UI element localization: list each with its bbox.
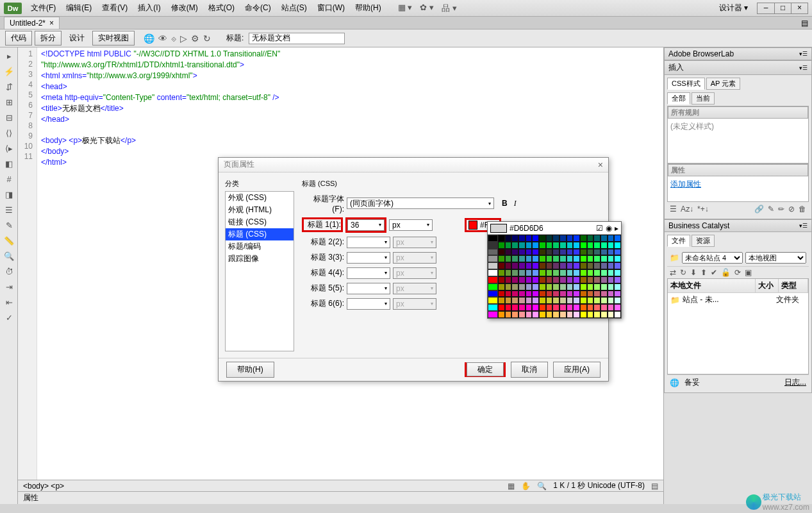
put-icon[interactable]: ⬆ bbox=[700, 268, 707, 277]
preview-icon[interactable]: 👁 bbox=[158, 33, 167, 44]
site-dropdown[interactable]: 未命名站点 4 bbox=[682, 252, 743, 264]
h2-size-select[interactable]: ▾ bbox=[347, 237, 390, 248]
log-link[interactable]: 日志... bbox=[784, 377, 806, 388]
document-tab[interactable]: Untitled-2* × bbox=[4, 17, 60, 29]
expand-all-icon[interactable]: ⇵ bbox=[3, 82, 15, 94]
edit-rule-icon[interactable]: ✏ bbox=[778, 205, 784, 214]
select-parent-icon[interactable]: ⟨▸ bbox=[3, 144, 15, 155]
browserlab-panel[interactable]: Adobe BrowserLab▾☰ bbox=[664, 47, 812, 60]
properties-bar[interactable]: 属性 bbox=[18, 491, 663, 504]
line-num-icon[interactable]: # bbox=[3, 174, 15, 186]
ruler-icon[interactable]: 📏 bbox=[3, 236, 15, 248]
indent-icon[interactable]: ⇥ bbox=[3, 282, 15, 294]
h6-size-select[interactable]: ▾ bbox=[347, 298, 390, 310]
hand-tool-icon[interactable]: ✋ bbox=[521, 482, 531, 491]
no-color-icon[interactable]: ☑ bbox=[596, 224, 603, 233]
globe-icon[interactable]: 🌐 bbox=[144, 33, 154, 44]
h1-size-select[interactable]: 36▾ bbox=[347, 219, 385, 231]
collapse-full-icon[interactable]: ⊟ bbox=[3, 113, 15, 124]
menu-format[interactable]: 格式(O) bbox=[204, 1, 238, 15]
file-row[interactable]: 📁 站点 - 未... 文件夹 bbox=[668, 293, 808, 307]
color-grid[interactable] bbox=[498, 235, 621, 318]
font-select[interactable]: (同页面字体)▾ bbox=[347, 198, 494, 209]
bold-button[interactable]: B bbox=[502, 199, 508, 208]
category-item-selected[interactable]: 标题 (CSS) bbox=[226, 228, 294, 240]
options-icon[interactable]: ⚙ bbox=[191, 33, 199, 44]
ap-elements-tab[interactable]: AP 元素 bbox=[706, 78, 741, 90]
current-button[interactable]: 当前 bbox=[692, 92, 715, 105]
delete-rule-icon[interactable]: 🗑 bbox=[799, 205, 806, 214]
category-list[interactable]: 外观 (CSS) 外观 (HTML) 链接 (CSS) 标题 (CSS) 标题/… bbox=[225, 191, 294, 351]
category-item[interactable]: 外观 (CSS) bbox=[226, 192, 294, 204]
css-styles-tab[interactable]: CSS样式 bbox=[667, 78, 705, 90]
refresh-icon[interactable]: ↻ bbox=[203, 33, 211, 44]
all-button[interactable]: 全部 bbox=[667, 92, 690, 105]
category-item[interactable]: 外观 (HTML) bbox=[226, 204, 294, 216]
highlight-icon[interactable]: ◨ bbox=[3, 190, 15, 201]
sync-files-icon[interactable]: ⟳ bbox=[734, 268, 741, 277]
color-options-icon[interactable]: ▸ bbox=[615, 224, 618, 233]
zoom-tool-icon[interactable]: 🔍 bbox=[537, 482, 547, 491]
document-options-icon[interactable]: ▤ bbox=[801, 19, 808, 28]
help-button[interactable]: 帮助(H) bbox=[226, 362, 274, 378]
files-table[interactable]: 本地文件 大小 类型 📁 站点 - 未... 文件夹 bbox=[667, 278, 809, 374]
connect-icon[interactable]: ⇄ bbox=[670, 268, 676, 277]
split-view-button[interactable]: 拆分 bbox=[35, 31, 62, 46]
h4-size-select[interactable]: ▾ bbox=[347, 267, 390, 279]
apply-button[interactable]: 应用(A) bbox=[553, 362, 601, 378]
extend-icon[interactable]: ✿ ▾ bbox=[420, 3, 434, 14]
ok-button[interactable]: 确定 bbox=[467, 362, 504, 376]
expand-files-icon[interactable]: ▣ bbox=[745, 268, 752, 277]
add-property-link[interactable]: 添加属性 bbox=[670, 180, 701, 189]
collapse-icon[interactable]: ⊞ bbox=[3, 97, 15, 109]
h3-size-select[interactable]: ▾ bbox=[347, 252, 390, 264]
view-dropdown[interactable]: 本地视图 bbox=[745, 252, 806, 264]
type-header[interactable]: 类型 bbox=[779, 279, 808, 292]
rules-list[interactable]: 所有规则 (未定义样式) bbox=[667, 106, 809, 164]
code-nav-icon[interactable]: ☰ bbox=[3, 205, 15, 217]
menu-site[interactable]: 站点(S) bbox=[278, 1, 311, 15]
title-input[interactable] bbox=[249, 33, 345, 44]
live-view-button[interactable]: 实时视图 bbox=[92, 31, 135, 46]
window-minimize[interactable]: – bbox=[758, 3, 774, 13]
h1-color-swatch[interactable] bbox=[468, 221, 477, 230]
open-tools-icon[interactable]: ▸ bbox=[3, 51, 15, 63]
find-icon[interactable]: 🔍 bbox=[3, 251, 15, 263]
show-set-icon[interactable]: *+↓ bbox=[697, 205, 709, 214]
business-catalyst-panel[interactable]: Business Catalyst▾☰ bbox=[664, 219, 812, 232]
properties-list[interactable]: 属性 添加属性 bbox=[667, 164, 809, 202]
checkin-icon[interactable]: 🔓 bbox=[721, 268, 731, 277]
parent-tag-icon[interactable]: ⟨⟩ bbox=[3, 128, 15, 140]
workspace-switcher[interactable]: 设计器 ▾ bbox=[714, 1, 753, 15]
menu-help[interactable]: 帮助(H) bbox=[351, 1, 385, 15]
system-color-icon[interactable]: ◉ bbox=[606, 224, 612, 233]
cancel-button[interactable]: 取消 bbox=[511, 362, 548, 378]
menu-modify[interactable]: 修改(M) bbox=[167, 1, 202, 15]
panel-options-icon[interactable]: ▤ bbox=[651, 482, 658, 491]
resources-tab[interactable]: 资源 bbox=[692, 235, 715, 247]
h1-unit-select[interactable]: px▾ bbox=[389, 219, 433, 231]
validate-icon[interactable]: ⟐ bbox=[171, 33, 176, 44]
menu-command[interactable]: 命令(C) bbox=[241, 1, 275, 15]
menu-edit[interactable]: 编辑(E) bbox=[62, 1, 95, 15]
layout-icon[interactable]: ▦ ▾ bbox=[398, 3, 413, 14]
local-files-header[interactable]: 本地文件 bbox=[668, 279, 756, 292]
checkout-icon[interactable]: ✔ bbox=[711, 268, 717, 277]
new-rule-icon[interactable]: ✎ bbox=[768, 205, 774, 214]
files-tab[interactable]: 文件 bbox=[667, 235, 690, 247]
syntax-icon[interactable]: ✎ bbox=[3, 221, 15, 232]
size-header[interactable]: 大小 bbox=[756, 279, 779, 292]
menu-file[interactable]: 文件(F) bbox=[27, 1, 60, 15]
category-item[interactable]: 标题/编码 bbox=[226, 240, 294, 253]
get-icon[interactable]: ⬇ bbox=[690, 268, 697, 277]
menu-insert[interactable]: 插入(I) bbox=[134, 1, 164, 15]
outdent-icon[interactable]: ⇤ bbox=[3, 298, 15, 309]
balance-icon[interactable]: ◧ bbox=[3, 159, 15, 171]
design-view-button[interactable]: 设计 bbox=[64, 31, 90, 45]
refresh-files-icon[interactable]: ↻ bbox=[680, 268, 686, 277]
window-close[interactable]: × bbox=[791, 3, 808, 13]
dialog-close-icon[interactable]: × bbox=[598, 160, 603, 170]
tag-path[interactable]: <body> <p> bbox=[23, 482, 64, 491]
document-tab-close[interactable]: × bbox=[49, 19, 54, 28]
menu-view[interactable]: 查看(V) bbox=[98, 1, 131, 15]
